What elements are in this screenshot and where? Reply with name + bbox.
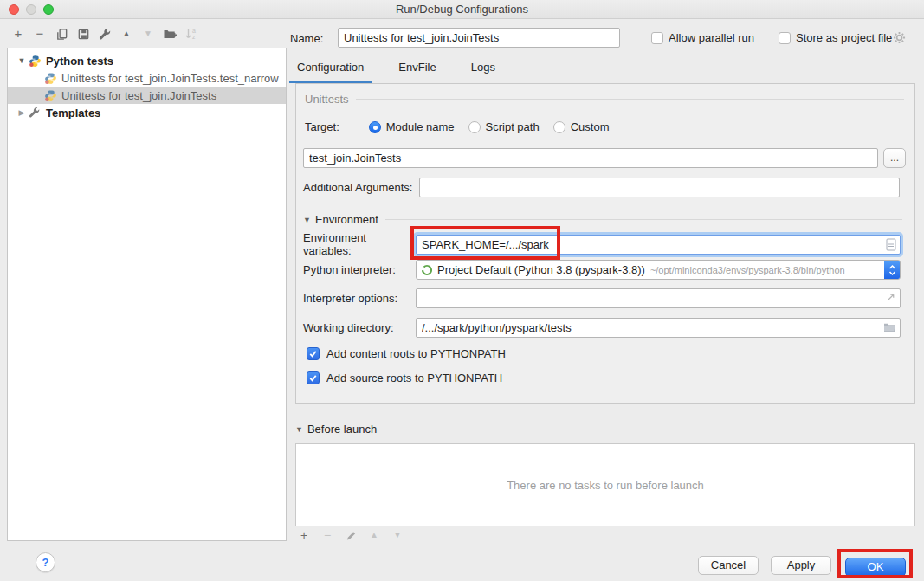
chevron-down-icon[interactable]: ▼ [295, 425, 303, 434]
tree-item-label: Unittests for test_join.JoinTests.test_n… [61, 72, 279, 85]
checkbox-unchecked[interactable] [651, 32, 663, 44]
python-interpreter-row: Python interpreter: Project Default (Pyt… [296, 260, 914, 280]
zoom-window-button[interactable] [43, 4, 54, 15]
copy-icon[interactable] [55, 27, 68, 41]
radio-unselected[interactable] [553, 121, 565, 133]
checkbox-checked[interactable] [307, 347, 320, 360]
remove-icon[interactable]: − [33, 27, 47, 41]
help-button[interactable]: ? [36, 552, 55, 572]
add-icon[interactable]: + [298, 529, 310, 541]
chevron-down-icon[interactable]: ▼ [16, 56, 27, 65]
radio-label: Module name [386, 120, 455, 133]
python-interpreter-select[interactable]: Project Default (Python 3.8 (pyspark-3.8… [416, 260, 901, 280]
apply-button[interactable]: Apply [771, 556, 831, 575]
tree-item-templates[interactable]: ▶ Templates [8, 104, 286, 121]
wrench-icon [29, 107, 42, 119]
tree-item-label: Unittests for test_join.JoinTests [61, 89, 216, 102]
store-as-project-file-label: Store as project file [796, 31, 892, 44]
move-down-icon[interactable]: ▼ [141, 27, 155, 41]
expand-icon[interactable] [885, 292, 896, 303]
before-launch-empty-text: There are no tasks to run before launch [507, 479, 704, 492]
radio-unselected[interactable] [468, 121, 481, 133]
title-bar: Run/Debug Configurations [0, 0, 924, 19]
tree-item-unittest-jointests[interactable]: Unittests for test_join.JoinTests [8, 87, 286, 104]
ok-button[interactable]: OK [845, 558, 906, 577]
target-label: Target: [305, 120, 339, 133]
interpreter-path: ~/opt/miniconda3/envs/pyspark-3.8/bin/py… [650, 265, 845, 275]
interpreter-icon [421, 264, 433, 276]
add-content-roots-row[interactable]: Add content roots to PYTHONPATH [296, 347, 914, 360]
edit-variables-icon[interactable] [886, 238, 896, 251]
python-test-icon [44, 89, 57, 102]
move-up-icon[interactable]: ▲ [120, 27, 133, 41]
additional-arguments-input[interactable] [419, 178, 900, 197]
configurations-toolbar: + − ▲ ▼ az [11, 27, 198, 41]
interpreter-options-row: Interpreter options: [296, 288, 914, 308]
interpreter-options-label: Interpreter options: [303, 292, 416, 305]
add-icon[interactable]: + [11, 27, 25, 41]
working-directory-input[interactable] [416, 318, 901, 338]
close-window-button[interactable] [9, 4, 19, 15]
folder-icon[interactable] [883, 321, 896, 332]
dropdown-stepper-icon[interactable] [884, 260, 901, 280]
chevron-down-icon[interactable]: ▼ [303, 216, 311, 224]
sort-alphabetically-icon[interactable]: az [184, 27, 198, 41]
radio-selected[interactable] [369, 121, 381, 133]
tree-item-python-tests[interactable]: ▼ Python tests [8, 52, 286, 69]
window-controls [9, 4, 54, 15]
divider [384, 429, 914, 429]
move-down-icon[interactable]: ▼ [391, 529, 404, 541]
interpreter-options-input[interactable] [416, 288, 901, 308]
tab-label: Configuration [297, 61, 364, 74]
python-interpreter-label: Python interpreter: [303, 263, 416, 276]
tab-configuration[interactable]: Configuration [295, 57, 365, 83]
module-name-input[interactable] [303, 148, 878, 168]
interpreter-options-field [416, 288, 901, 308]
name-label: Name: [290, 32, 323, 45]
gear-icon[interactable] [893, 31, 906, 44]
working-directory-label: Working directory: [303, 321, 416, 334]
unittests-group-header: Unittests [296, 93, 914, 106]
group-title: Unittests [305, 93, 349, 106]
checkbox-checked[interactable] [307, 371, 320, 384]
name-input[interactable] [338, 28, 620, 48]
working-directory-field [416, 318, 901, 338]
window-title: Run/Debug Configurations [0, 0, 924, 19]
before-launch-toolbar: + − ▲ ▼ [298, 529, 404, 541]
checkbox-unchecked[interactable] [779, 32, 791, 44]
store-as-project-file-checkbox[interactable]: Store as project file [779, 31, 892, 44]
new-folder-icon[interactable] [163, 27, 177, 41]
move-up-icon[interactable]: ▲ [368, 529, 380, 541]
before-launch-section-header[interactable]: ▼ Before launch [295, 423, 915, 436]
python-test-icon [44, 72, 57, 85]
divider [356, 99, 904, 100]
tab-logs[interactable]: Logs [469, 57, 497, 83]
configurations-tree: ▼ Python tests Unittests for test_join.J… [7, 48, 287, 541]
edit-templates-wrench-icon[interactable] [98, 27, 112, 41]
module-name-row: ... [296, 148, 914, 168]
add-source-roots-row[interactable]: Add source roots to PYTHONPATH [296, 371, 914, 384]
tab-envfile[interactable]: EnvFile [397, 57, 437, 83]
tree-item-label: Templates [46, 107, 100, 119]
tree-item-unittest-narrow[interactable]: Unittests for test_join.JoinTests.test_n… [8, 69, 286, 87]
radio-custom[interactable]: Custom [553, 120, 610, 133]
interpreter-value: Project Default (Python 3.8 (pyspark-3.8… [437, 263, 645, 276]
allow-parallel-run-checkbox[interactable]: Allow parallel run [651, 31, 754, 44]
cancel-button[interactable]: Cancel [698, 556, 759, 575]
browse-button[interactable]: ... [883, 148, 906, 168]
environment-variables-row: Environment variables: [296, 231, 914, 257]
minimize-window-button[interactable] [26, 4, 36, 15]
environment-section-header[interactable]: ▼ Environment [296, 213, 914, 226]
chevron-right-icon[interactable]: ▶ [16, 108, 27, 117]
allow-parallel-run-label: Allow parallel run [669, 31, 754, 44]
radio-script-path[interactable]: Script path [468, 120, 540, 133]
tab-label: EnvFile [398, 61, 436, 74]
edit-pencil-icon[interactable] [345, 529, 357, 541]
radio-module-name[interactable]: Module name [369, 120, 455, 133]
tab-bar: Configuration EnvFile Logs [295, 57, 497, 83]
remove-icon[interactable]: − [321, 529, 333, 541]
additional-arguments-label: Additional Arguments: [303, 181, 412, 194]
save-icon[interactable] [76, 27, 90, 41]
svg-text:z: z [192, 34, 196, 40]
environment-variables-input[interactable] [416, 235, 901, 255]
